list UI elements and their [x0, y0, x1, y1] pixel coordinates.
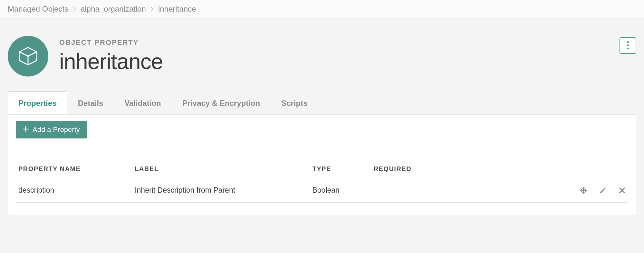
top-bar: Managed Objects alpha_organization inher…: [0, 0, 644, 18]
delete-icon[interactable]: [619, 187, 626, 194]
svg-point-1: [627, 44, 629, 46]
page-content: OBJECT PROPERTY inheritance Properties D…: [0, 18, 644, 224]
divider: [16, 145, 628, 145]
svg-point-2: [627, 47, 629, 49]
add-property-label: Add a Property: [33, 126, 80, 134]
tab-properties[interactable]: Properties: [8, 91, 67, 114]
cell-property-name: description: [16, 178, 132, 203]
breadcrumb-link-managed-objects[interactable]: Managed Objects: [8, 5, 68, 14]
tabs: Properties Details Validation Privacy & …: [8, 91, 636, 115]
tab-details[interactable]: Details: [67, 91, 114, 114]
properties-panel: Add a Property PROPERTY NAME LABEL TYPE …: [8, 114, 636, 216]
cell-type: Boolean: [310, 178, 371, 203]
chevron-right-icon: [73, 6, 76, 12]
svg-point-0: [627, 41, 629, 43]
cell-actions: [536, 178, 628, 203]
breadcrumb-link-organization[interactable]: alpha_organization: [81, 5, 146, 14]
kebab-icon: [627, 41, 629, 50]
tab-privacy-encryption[interactable]: Privacy & Encryption: [172, 91, 271, 114]
th-property-name: PROPERTY NAME: [16, 165, 132, 178]
cube-icon: [8, 36, 48, 76]
properties-table: PROPERTY NAME LABEL TYPE REQUIRED descri…: [16, 165, 628, 203]
title-block: OBJECT PROPERTY inheritance: [59, 38, 163, 74]
breadcrumb-current: inheritance: [158, 5, 196, 14]
th-label: LABEL: [132, 165, 310, 178]
page-header: OBJECT PROPERTY inheritance: [8, 36, 636, 76]
chevron-right-icon: [150, 6, 154, 12]
cell-label: Inherit Description from Parent: [132, 178, 310, 203]
table-row: description Inherit Description from Par…: [16, 178, 628, 203]
row-actions: [539, 187, 626, 194]
cell-required: [371, 178, 536, 203]
th-actions: [536, 165, 628, 178]
more-actions-button[interactable]: [620, 37, 636, 54]
table-header-row: PROPERTY NAME LABEL TYPE REQUIRED: [16, 165, 628, 178]
page-title: inheritance: [59, 49, 163, 74]
add-property-button[interactable]: Add a Property: [16, 121, 87, 138]
edit-icon[interactable]: [599, 187, 606, 194]
tab-scripts[interactable]: Scripts: [271, 91, 318, 114]
breadcrumb: Managed Objects alpha_organization inher…: [8, 5, 636, 14]
th-type: TYPE: [310, 165, 371, 178]
move-icon[interactable]: [580, 187, 587, 194]
tab-validation[interactable]: Validation: [114, 91, 171, 114]
page-eyebrow: OBJECT PROPERTY: [59, 38, 163, 47]
th-required: REQUIRED: [371, 165, 536, 178]
plus-icon: [23, 126, 29, 134]
